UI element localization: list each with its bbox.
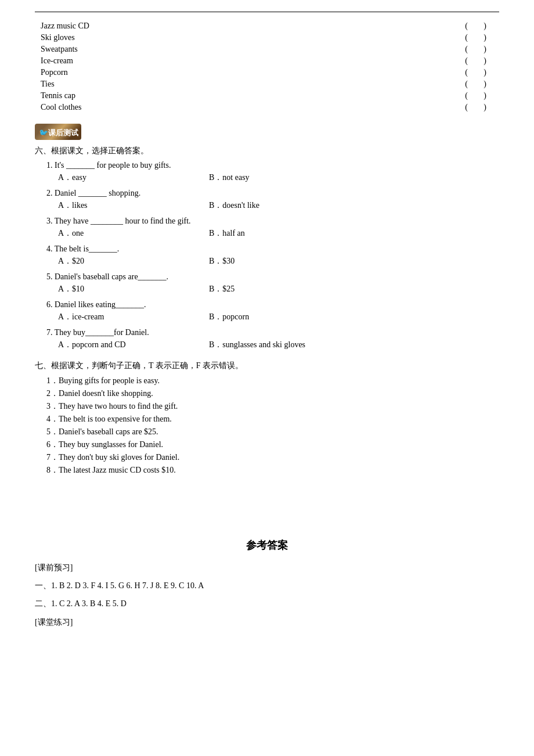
option: B．doesn't like [209,200,325,211]
checklist-item-label: Tennis cap [41,91,75,100]
tf-item: 4．The belt is too expensive for them. [46,414,499,424]
checklist-item: Ski gloves ( ) [35,33,499,42]
option: B．$30 [209,256,325,267]
checklist-item-label: Ties [41,80,55,89]
option: A．easy [58,172,174,183]
checklist-item-label: Ski gloves [41,33,75,42]
option: A．ice-cream [58,312,174,322]
checklist-parens: ( ) [465,56,493,66]
option: B．sunglasses and ski gloves [209,340,325,350]
question-line: 1. It's _______ for people to buy gifts. [46,161,499,170]
checklist-item: Ice-cream ( ) [35,56,499,66]
section6: 六、根据课文，选择正确答案。 1. It's _______ for peopl… [35,146,499,350]
option: A．$20 [58,256,174,267]
option: B．half an [209,228,325,239]
checklist-item: Popcorn ( ) [35,68,499,77]
options-line: A．easyB．not easy [46,172,499,183]
question-block: 5. Daniel's baseball caps are_______.A．$… [35,272,499,294]
option: A．likes [58,200,174,211]
checklist-item: Sweatpants ( ) [35,45,499,54]
checklist-section: Jazz music CD ( ) Ski gloves ( ) Sweatpa… [35,21,499,112]
option: A．$10 [58,284,174,294]
option: B．popcorn [209,312,325,322]
tf-item: 6．They buy sunglasses for Daniel. [46,440,499,450]
checklist-item-label: Jazz music CD [41,21,89,31]
checklist-parens: ( ) [465,68,493,77]
tf-item: 8．The latest Jazz music CD costs $10. [46,465,499,476]
tf-item: 3．They have two hours to find the gift. [46,401,499,412]
options-line: A．likesB．doesn't like [46,200,499,211]
checklist-item-label: Popcorn [41,68,68,77]
tf-item: 7．They don't buy ski gloves for Daniel. [46,452,499,463]
options-line: A．$10B．$25 [46,284,499,294]
post-class-header: 🐦课后测试 [35,124,499,140]
options-line: A．$20B．$30 [46,256,499,267]
question-line: 7. They buy_______for Daniel. [46,328,499,337]
checklist-item: Ties ( ) [35,80,499,89]
svg-text:🐦课后测试: 🐦课后测试 [39,128,78,138]
option: B．not easy [209,172,325,183]
tf-item: 1．Buying gifts for people is easy. [46,376,499,386]
checklist-parens: ( ) [465,45,493,54]
checklist-item: Tennis cap ( ) [35,91,499,100]
section7: 七、根据课文，判断句子正确，T 表示正确，F 表示错误。 1．Buying gi… [35,361,499,476]
section6-title: 六、根据课文，选择正确答案。 [35,146,499,156]
checklist-item-label: Sweatpants [41,45,78,54]
checklist-parens: ( ) [465,103,493,112]
option: A．one [58,228,174,239]
checklist-parens: ( ) [465,80,493,89]
question-block: 3. They have ________ hour to find the g… [35,217,499,239]
post-class-icon: 🐦课后测试 [35,124,81,140]
answer-block: [课堂练习] [35,615,499,629]
option: A．popcorn and CD [58,340,174,350]
answer-title: 参考答案 [35,538,499,552]
options-line: A．popcorn and CDB．sunglasses and ski glo… [46,340,499,350]
options-line: A．ice-creamB．popcorn [46,312,499,322]
question-block: 7. They buy_______for Daniel.A．popcorn a… [35,328,499,350]
tf-item: 5．Daniel's baseball caps are $25. [46,427,499,437]
checklist-item-label: Cool clothes [41,103,81,112]
answer-section: 参考答案 [课前预习]一、1. B 2. D 3. F 4. I 5. G 6.… [35,538,499,629]
answer-block: [课前预习] [35,560,499,575]
options-line: A．oneB．half an [46,228,499,239]
checklist-parens: ( ) [465,91,493,100]
question-block: 6. Daniel likes eating_______.A．ice-crea… [35,300,499,322]
checklist-parens: ( ) [465,21,493,31]
checklist-item-label: Ice-cream [41,56,73,66]
checklist-parens: ( ) [465,33,493,42]
question-block: 1. It's _______ for people to buy gifts.… [35,161,499,183]
option: B．$25 [209,284,325,294]
checklist-item: Jazz music CD ( ) [35,21,499,31]
answer-block: 二、1. C 2. A 3. B 4. E 5. D [35,596,499,611]
question-line: 2. Daniel _______ shopping. [46,189,499,198]
checklist-item: Cool clothes ( ) [35,103,499,112]
answer-block: 一、1. B 2. D 3. F 4. I 5. G 6. H 7. J 8. … [35,578,499,593]
question-block: 4. The belt is_______.A．$20B．$30 [35,244,499,267]
top-divider [35,12,499,12]
question-line: 4. The belt is_______. [46,244,499,254]
question-line: 5. Daniel's baseball caps are_______. [46,272,499,282]
section7-title: 七、根据课文，判断句子正确，T 表示正确，F 表示错误。 [35,361,499,371]
spacer [35,486,499,532]
question-block: 2. Daniel _______ shopping.A．likesB．does… [35,189,499,211]
question-line: 6. Daniel likes eating_______. [46,300,499,309]
question-line: 3. They have ________ hour to find the g… [46,217,499,226]
tf-item: 2．Daniel doesn't like shopping. [46,388,499,399]
